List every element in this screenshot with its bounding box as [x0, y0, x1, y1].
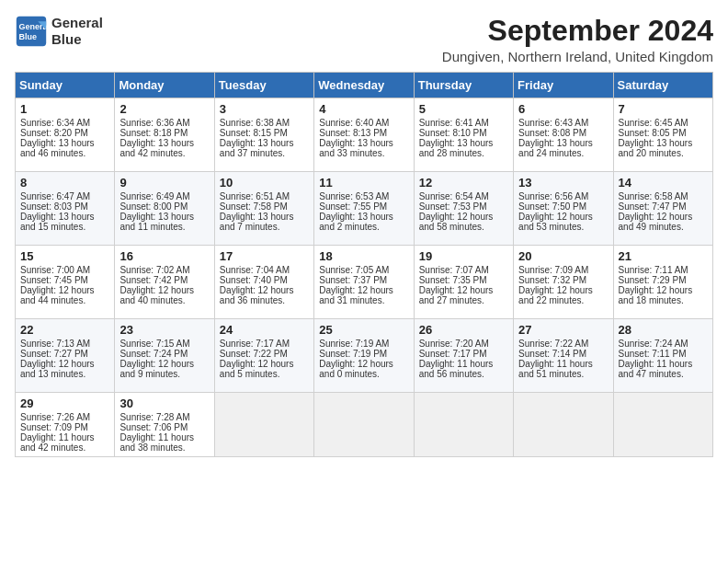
- calendar-cell: 28 Sunrise: 7:24 AM Sunset: 7:11 PM Dayl…: [613, 319, 712, 393]
- sunrise-text: Sunrise: 7:00 AM: [20, 265, 90, 275]
- day-number: 14: [619, 176, 708, 190]
- sunrise-text: Sunrise: 6:56 AM: [518, 191, 588, 201]
- calendar-cell: 16 Sunrise: 7:02 AM Sunset: 7:42 PM Dayl…: [115, 246, 214, 319]
- svg-text:Blue: Blue: [19, 32, 38, 41]
- sunset-text: Sunset: 7:06 PM: [119, 422, 188, 432]
- daylight-text: Daylight: 13 hours and 42 minutes.: [119, 138, 194, 158]
- calendar-cell: 7 Sunrise: 6:45 AM Sunset: 8:05 PM Dayli…: [613, 98, 712, 172]
- calendar-cell: 10 Sunrise: 6:51 AM Sunset: 7:58 PM Dayl…: [214, 172, 313, 246]
- sunrise-text: Sunrise: 7:11 AM: [619, 265, 688, 275]
- header-monday: Monday: [115, 73, 214, 98]
- sunset-text: Sunset: 8:18 PM: [119, 128, 188, 138]
- day-number: 21: [619, 249, 708, 263]
- sunrise-text: Sunrise: 7:20 AM: [419, 339, 489, 349]
- header-thursday: Thursday: [414, 73, 513, 98]
- day-number: 12: [419, 176, 508, 190]
- day-number: 4: [319, 102, 408, 116]
- sunset-text: Sunset: 7:29 PM: [619, 275, 687, 285]
- day-number: 5: [419, 102, 508, 116]
- calendar-cell: [514, 393, 613, 457]
- daylight-text: Daylight: 12 hours and 44 minutes.: [20, 285, 95, 305]
- daylight-text: Daylight: 13 hours and 20 minutes.: [619, 138, 693, 158]
- header-saturday: Saturday: [613, 73, 712, 98]
- daylight-text: Daylight: 13 hours and 24 minutes.: [518, 138, 593, 158]
- sunset-text: Sunset: 7:42 PM: [119, 275, 188, 285]
- calendar-cell: 1 Sunrise: 6:34 AM Sunset: 8:20 PM Dayli…: [16, 98, 115, 172]
- calendar-cell: 17 Sunrise: 7:04 AM Sunset: 7:40 PM Dayl…: [214, 246, 313, 319]
- daylight-text: Daylight: 12 hours and 27 minutes.: [419, 285, 494, 305]
- calendar-cell: 18 Sunrise: 7:05 AM Sunset: 7:37 PM Dayl…: [314, 246, 414, 319]
- calendar-week-1: 1 Sunrise: 6:34 AM Sunset: 8:20 PM Dayli…: [16, 98, 713, 172]
- calendar-cell: 21 Sunrise: 7:11 AM Sunset: 7:29 PM Dayl…: [613, 246, 712, 319]
- daylight-text: Daylight: 13 hours and 11 minutes.: [119, 212, 194, 232]
- daylight-text: Daylight: 12 hours and 58 minutes.: [419, 212, 494, 232]
- sunset-text: Sunset: 7:58 PM: [220, 201, 288, 212]
- day-number: 6: [518, 102, 608, 116]
- sunset-text: Sunset: 8:08 PM: [518, 128, 586, 138]
- daylight-text: Daylight: 13 hours and 28 minutes.: [419, 138, 494, 158]
- calendar-week-5: 29 Sunrise: 7:26 AM Sunset: 7:09 PM Dayl…: [16, 393, 713, 457]
- day-number: 3: [220, 102, 309, 116]
- sunrise-text: Sunrise: 6:34 AM: [20, 118, 90, 128]
- calendar-cell: 30 Sunrise: 7:28 AM Sunset: 7:06 PM Dayl…: [115, 393, 214, 457]
- calendar-cell: 27 Sunrise: 7:22 AM Sunset: 7:14 PM Dayl…: [514, 319, 613, 393]
- sunrise-text: Sunrise: 6:41 AM: [419, 118, 489, 128]
- sunset-text: Sunset: 8:03 PM: [20, 201, 88, 212]
- day-number: 17: [220, 249, 309, 263]
- daylight-text: Daylight: 11 hours and 42 minutes.: [20, 432, 95, 453]
- daylight-text: Daylight: 13 hours and 33 minutes.: [319, 138, 393, 158]
- calendar-cell: 23 Sunrise: 7:15 AM Sunset: 7:24 PM Dayl…: [115, 319, 214, 393]
- day-number: 27: [518, 323, 608, 337]
- day-number: 10: [220, 176, 309, 190]
- sunrise-text: Sunrise: 7:28 AM: [119, 412, 189, 422]
- daylight-text: Daylight: 12 hours and 22 minutes.: [518, 285, 593, 305]
- day-number: 30: [119, 396, 209, 410]
- sunrise-text: Sunrise: 7:19 AM: [319, 339, 389, 349]
- sunrise-text: Sunrise: 7:04 AM: [220, 265, 290, 275]
- sunrise-text: Sunrise: 7:22 AM: [518, 339, 588, 349]
- sunrise-text: Sunrise: 6:49 AM: [119, 191, 189, 201]
- sunrise-text: Sunrise: 7:05 AM: [319, 265, 389, 275]
- header-wednesday: Wednesday: [314, 73, 414, 98]
- calendar-cell: 19 Sunrise: 7:07 AM Sunset: 7:35 PM Dayl…: [414, 246, 513, 319]
- header-friday: Friday: [514, 73, 613, 98]
- calendar-cell: 29 Sunrise: 7:26 AM Sunset: 7:09 PM Dayl…: [16, 393, 115, 457]
- day-number: 2: [119, 102, 209, 116]
- daylight-text: Daylight: 12 hours and 49 minutes.: [619, 212, 693, 232]
- calendar-cell: 14 Sunrise: 6:58 AM Sunset: 7:47 PM Dayl…: [613, 172, 712, 246]
- day-number: 1: [20, 102, 109, 116]
- sunset-text: Sunset: 7:47 PM: [619, 201, 687, 212]
- sunrise-text: Sunrise: 7:07 AM: [419, 265, 489, 275]
- sunset-text: Sunset: 7:37 PM: [319, 275, 387, 285]
- calendar-cell: 13 Sunrise: 6:56 AM Sunset: 7:50 PM Dayl…: [514, 172, 613, 246]
- sunset-text: Sunset: 7:22 PM: [220, 349, 288, 359]
- day-number: 18: [319, 249, 408, 263]
- calendar-cell: 15 Sunrise: 7:00 AM Sunset: 7:45 PM Dayl…: [16, 246, 115, 319]
- logo-text-general: General: [51, 15, 103, 31]
- page-header: General Blue General Blue September 2024…: [15, 15, 713, 64]
- calendar-cell: [314, 393, 414, 457]
- sunrise-text: Sunrise: 7:17 AM: [220, 339, 290, 349]
- sunrise-text: Sunrise: 7:09 AM: [518, 265, 588, 275]
- sunrise-text: Sunrise: 7:13 AM: [20, 339, 90, 349]
- daylight-text: Daylight: 12 hours and 0 minutes.: [319, 359, 393, 379]
- day-number: 16: [119, 249, 209, 263]
- calendar-cell: 8 Sunrise: 6:47 AM Sunset: 8:03 PM Dayli…: [16, 172, 115, 246]
- day-number: 20: [518, 249, 608, 263]
- calendar-cell: [414, 393, 513, 457]
- calendar-header-row: SundayMondayTuesdayWednesdayThursdayFrid…: [16, 73, 713, 98]
- sunset-text: Sunset: 8:15 PM: [220, 128, 288, 138]
- sunset-text: Sunset: 8:00 PM: [119, 201, 188, 212]
- sunrise-text: Sunrise: 7:02 AM: [119, 265, 189, 275]
- sunrise-text: Sunrise: 6:40 AM: [319, 118, 389, 128]
- daylight-text: Daylight: 12 hours and 5 minutes.: [220, 359, 294, 379]
- sunrise-text: Sunrise: 6:51 AM: [220, 191, 290, 201]
- logo-text-blue: Blue: [51, 31, 103, 48]
- month-title: September 2024: [442, 15, 713, 47]
- daylight-text: Daylight: 12 hours and 18 minutes.: [619, 285, 693, 305]
- calendar-cell: 5 Sunrise: 6:41 AM Sunset: 8:10 PM Dayli…: [414, 98, 513, 172]
- day-number: 29: [20, 396, 109, 410]
- sunrise-text: Sunrise: 7:26 AM: [20, 412, 90, 422]
- daylight-text: Daylight: 13 hours and 15 minutes.: [20, 212, 95, 232]
- sunrise-text: Sunrise: 6:47 AM: [20, 191, 90, 201]
